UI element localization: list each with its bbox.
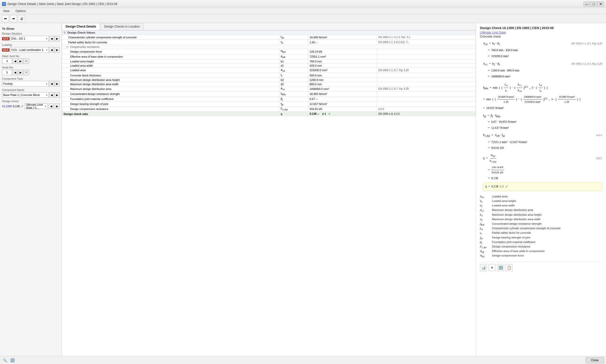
table-row: Design compression resistance FC,Rd 916.… [62, 106, 476, 111]
component-type-prev[interactable]: ◀ [49, 81, 54, 86]
steel-joint-input[interactable]: 3 [2, 58, 12, 64]
loading-prev[interactable]: ◀ [49, 47, 54, 53]
component-name-row: Base Plate 1 | Concrete Block ▾ ◀ ▶ [2, 92, 60, 98]
loading-row: ULS CO1 - Load combination 1 ▾ ◀ ▶ [2, 47, 60, 53]
design-situation-next[interactable]: ▶ [55, 36, 60, 41]
component-name-next[interactable]: ▶ [55, 92, 60, 98]
toolbar: ⬅ ➡ 🖨 [0, 14, 606, 23]
design-check-pass-icon: ✓ [21, 104, 24, 108]
table-row: Maximum design distribution area height … [62, 78, 476, 82]
node-no-prev[interactable]: ◀ [13, 70, 18, 75]
rp-subtitle2: Concrete check [480, 35, 602, 38]
rp-icon3[interactable]: 🔢 [497, 264, 504, 271]
component-name-arrow: ▾ [46, 94, 47, 96]
steel-joint-row: 3 ◀ ▶ ✕ [2, 58, 60, 64]
legend-row: b2 Maximum design distribution area heig… [480, 213, 602, 217]
app-icon: ✦ [2, 2, 6, 6]
legend-row: Ac0 Loaded area [480, 195, 602, 199]
status-search-icon[interactable]: 🔍 [2, 357, 8, 363]
expand-icon[interactable]: ▽ [64, 31, 66, 34]
ac1-ref: EN 1992-1-1, 6.7, Fig. 6.29 [571, 61, 602, 66]
menu-bar: View Options [0, 8, 606, 14]
toolbar-forward-button[interactable]: ➡ [10, 15, 17, 22]
eta-ref: 6.2.5 [596, 156, 602, 161]
loading-combo[interactable]: CO1 - Load combination 1 ▾ [10, 47, 49, 53]
window-close-button[interactable]: ✕ [597, 2, 604, 7]
table-row: Characteristic cylinder compressive stre… [62, 35, 476, 40]
legend-row: Ac1 Maximum design distribution area [480, 208, 602, 212]
main-layout: To Show Design Situation ULS DS1 - DS 1 … [0, 23, 606, 356]
pass-icon: ✓ [328, 112, 330, 115]
rp-title: Design Check UL1300 | EN 1993 | CEN | 20… [480, 26, 602, 30]
maximize-button[interactable]: □ [590, 2, 597, 7]
fc-rd-ref: 6.2.5 [596, 133, 602, 138]
status-counter-icon[interactable]: 🔢 [10, 357, 15, 363]
component-type-arrow: ▾ [46, 82, 47, 85]
left-panel: To Show Design Situation ULS DS1 - DS 1 … [0, 23, 62, 356]
component-type-next[interactable]: ▶ [55, 81, 60, 86]
design-check-next[interactable]: ▶ [55, 103, 60, 109]
loading-label: Loading [2, 43, 60, 46]
node-no-next[interactable]: ▶ [18, 70, 23, 75]
design-check-prev[interactable]: ◀ [49, 103, 54, 109]
design-situation-prev[interactable]: ◀ [49, 36, 54, 41]
legend-row: NEd Design compression force [480, 254, 602, 258]
table-row: Loaded area width d1 420.0 mm [62, 63, 476, 68]
rp-bottom-toolbar: 📊 ≡ 🔢 📋 [480, 262, 602, 271]
steel-joint-reset[interactable]: ✕ [24, 58, 29, 64]
tab-design-checks-location[interactable]: Design Checks in Location [100, 23, 144, 30]
status-bar: 🔍 🔢 Close [0, 356, 606, 364]
legend-row: fjd Design bearing strength of joint [480, 236, 602, 240]
eta-result-row: η = 0.138 ≤ 1 ✓ [483, 182, 602, 191]
table-row: Design compression force NEd 126.14 kN [62, 49, 476, 54]
rp-icon4[interactable]: 📋 [506, 264, 513, 271]
loading-next[interactable]: ▶ [55, 47, 60, 53]
steel-joint-no-label: Steel Joint No. [2, 55, 60, 58]
ac0-ref: EN 1992-1-1, 6.7, Fig. 6.29 [571, 41, 602, 46]
window-title: Design Check Details | Steel Joints | St… [8, 2, 117, 6]
menu-view[interactable]: View [2, 9, 11, 13]
close-button[interactable]: Close [586, 357, 604, 363]
rp-icon2[interactable]: ≡ [489, 264, 496, 271]
minimize-button[interactable]: — [583, 2, 590, 7]
toolbar-back-button[interactable]: ⬅ [2, 15, 9, 22]
node-no-input[interactable]: 5 [2, 70, 12, 75]
design-situation-label: Design Situation [2, 32, 60, 35]
fjd-formula: fjd = βj · fRdu = 0.67 · 18.955 N/mm² = … [483, 113, 602, 131]
component-type-combo[interactable]: Footing ▾ [2, 81, 49, 86]
steel-joint-next[interactable]: ▶ [18, 58, 23, 64]
component-type-row: Footing ▾ ◀ ▶ [2, 81, 60, 86]
menu-options[interactable]: Options [15, 9, 27, 13]
design-situation-combo[interactable]: DS1 - DS 1 ▾ [10, 36, 49, 41]
design-check-combo[interactable]: Ultimate Limit State | C... ▾ [25, 103, 48, 109]
table-row: Effective area of base plate in compress… [62, 54, 476, 59]
table-section-compression: ▽ Compression resistance [62, 45, 476, 49]
table-result-row: Design check ratio η 0.138 -- ≤ 1 ✓ EN 1… [62, 112, 476, 116]
compression-expand-icon[interactable]: ▽ [66, 46, 68, 48]
rp-icon1[interactable]: 📊 [480, 264, 487, 271]
component-name-label: Component Name [2, 88, 60, 91]
legend-row: d1 Loaded area width [480, 204, 602, 208]
legend-row: βj Foundation joint material coefficient [480, 240, 602, 244]
loading-combo-arrow: ▾ [46, 49, 47, 51]
steel-joint-prev[interactable]: ◀ [13, 58, 18, 64]
component-name-combo[interactable]: Base Plate 1 | Concrete Block ▾ [2, 92, 49, 98]
table-row: Maximum design distribution area Ac1 100… [62, 86, 476, 91]
uls-badge: ULS [2, 37, 10, 40]
eta-checkmark: ✓ [505, 184, 508, 189]
table-row: Concentrated design resistance strength … [62, 91, 476, 96]
design-situation-row: ULS DS1 - DS 1 ▾ ◀ ▶ [2, 36, 60, 41]
toolbar-print-button[interactable]: 🖨 [18, 15, 25, 22]
eta-formula: η = NEd FC,Rd 6.2.5 [483, 153, 602, 164]
node-no-reset[interactable]: ✕ [24, 70, 29, 75]
tab-design-check-details[interactable]: Design Check Details [62, 23, 100, 30]
table-row: Concrete block thickness tc 500.0 mm [62, 73, 476, 78]
legend-row: fRdu Concentrated design resistance stre… [480, 222, 602, 226]
design-check-table: ▽ Design Check Values Characteristic cyl… [62, 30, 476, 356]
table-section-header-values: ▽ Design Check Values [62, 31, 476, 35]
tab-bar: Design Check Details Design Checks in Lo… [62, 23, 476, 30]
design-check-arrow: ▾ [45, 105, 46, 108]
math-formulas: Ac0 = b1 · d1 EN 1992-1-1, 6.7, Fig. 6.2… [483, 41, 602, 191]
fc-rd-formula-1: FC,Rd = Aeff · fjd 6.2.5 [483, 133, 602, 138]
component-name-prev[interactable]: ◀ [49, 92, 54, 98]
